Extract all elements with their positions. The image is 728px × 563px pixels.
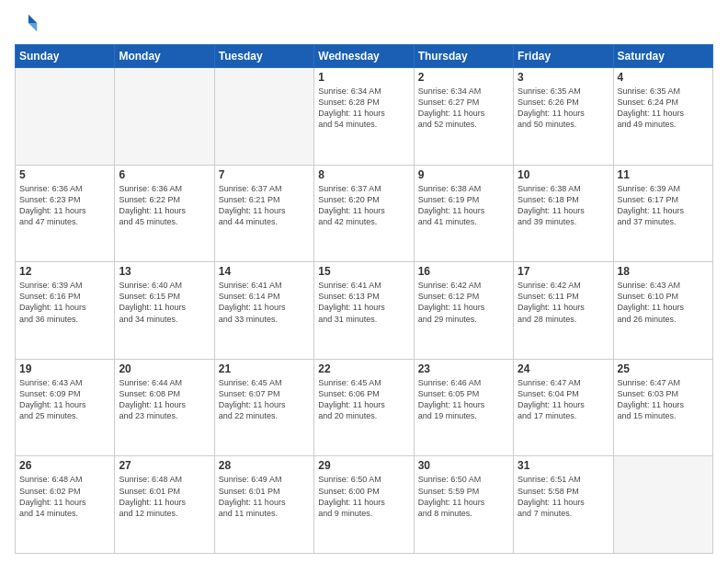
header-day-wednesday: Wednesday [314,45,414,68]
calendar-cell: 2Sunrise: 6:34 AM Sunset: 6:27 PM Daylig… [414,68,513,166]
day-info: Sunrise: 6:44 AM Sunset: 6:08 PM Dayligh… [119,377,210,422]
day-info: Sunrise: 6:48 AM Sunset: 6:01 PM Dayligh… [119,474,210,519]
day-number: 18 [618,265,709,278]
day-number: 17 [518,265,609,278]
day-info: Sunrise: 6:45 AM Sunset: 6:07 PM Dayligh… [219,377,310,422]
calendar-table: SundayMondayTuesdayWednesdayThursdayFrid… [15,44,713,554]
calendar-cell: 9Sunrise: 6:38 AM Sunset: 6:19 PM Daylig… [414,165,513,262]
calendar-cell: 5Sunrise: 6:36 AM Sunset: 6:23 PM Daylig… [16,165,115,262]
calendar-cell: 11Sunrise: 6:39 AM Sunset: 6:17 PM Dayli… [613,165,712,262]
day-info: Sunrise: 6:37 AM Sunset: 6:20 PM Dayligh… [318,183,409,228]
calendar-cell: 13Sunrise: 6:40 AM Sunset: 6:15 PM Dayli… [115,262,214,360]
calendar-cell: 19Sunrise: 6:43 AM Sunset: 6:09 PM Dayli… [16,359,115,456]
calendar-cell [613,456,712,554]
calendar-week-0: 1Sunrise: 6:34 AM Sunset: 6:28 PM Daylig… [16,68,713,166]
header-day-monday: Monday [115,45,214,68]
day-number: 6 [119,168,210,181]
day-info: Sunrise: 6:43 AM Sunset: 6:09 PM Dayligh… [19,377,110,422]
day-info: Sunrise: 6:42 AM Sunset: 6:11 PM Dayligh… [518,280,609,325]
day-number: 22 [318,362,409,375]
calendar-cell: 8Sunrise: 6:37 AM Sunset: 6:20 PM Daylig… [314,165,414,262]
calendar-cell: 3Sunrise: 6:35 AM Sunset: 6:26 PM Daylig… [514,68,613,166]
day-number: 20 [119,362,210,375]
day-number: 2 [418,71,509,84]
calendar-cell: 31Sunrise: 6:51 AM Sunset: 5:58 PM Dayli… [514,456,613,554]
calendar-cell: 28Sunrise: 6:49 AM Sunset: 6:01 PM Dayli… [214,456,313,554]
day-number: 5 [19,168,110,181]
day-info: Sunrise: 6:46 AM Sunset: 6:05 PM Dayligh… [418,377,509,422]
logo [15,11,44,37]
calendar-cell: 6Sunrise: 6:36 AM Sunset: 6:22 PM Daylig… [115,165,214,262]
svg-marker-1 [28,23,37,31]
day-info: Sunrise: 6:48 AM Sunset: 6:02 PM Dayligh… [19,474,110,519]
day-number: 4 [618,71,709,84]
day-number: 9 [418,168,509,181]
calendar-cell: 15Sunrise: 6:41 AM Sunset: 6:13 PM Dayli… [314,262,414,360]
day-info: Sunrise: 6:45 AM Sunset: 6:06 PM Dayligh… [318,377,409,422]
calendar-cell: 4Sunrise: 6:35 AM Sunset: 6:24 PM Daylig… [613,68,712,166]
day-number: 1 [318,71,409,84]
calendar-cell [214,68,313,166]
day-info: Sunrise: 6:43 AM Sunset: 6:10 PM Dayligh… [618,280,709,325]
day-number: 19 [19,362,110,375]
calendar-week-1: 5Sunrise: 6:36 AM Sunset: 6:23 PM Daylig… [16,165,713,262]
day-number: 3 [518,71,609,84]
calendar-cell [16,68,115,166]
day-info: Sunrise: 6:36 AM Sunset: 6:23 PM Dayligh… [19,183,110,228]
header-day-friday: Friday [514,45,613,68]
calendar-cell: 14Sunrise: 6:41 AM Sunset: 6:14 PM Dayli… [214,262,313,360]
day-info: Sunrise: 6:51 AM Sunset: 5:58 PM Dayligh… [518,474,609,519]
day-info: Sunrise: 6:38 AM Sunset: 6:19 PM Dayligh… [418,183,509,228]
day-info: Sunrise: 6:47 AM Sunset: 6:03 PM Dayligh… [618,377,709,422]
day-info: Sunrise: 6:39 AM Sunset: 6:17 PM Dayligh… [618,183,709,228]
logo-icon [15,11,40,37]
day-number: 11 [618,168,709,181]
calendar-cell: 10Sunrise: 6:38 AM Sunset: 6:18 PM Dayli… [514,165,613,262]
day-info: Sunrise: 6:47 AM Sunset: 6:04 PM Dayligh… [518,377,609,422]
day-number: 16 [418,265,509,278]
calendar-cell: 12Sunrise: 6:39 AM Sunset: 6:16 PM Dayli… [16,262,115,360]
calendar-cell: 20Sunrise: 6:44 AM Sunset: 6:08 PM Dayli… [115,359,214,456]
calendar-header: SundayMondayTuesdayWednesdayThursdayFrid… [16,45,713,68]
calendar-cell: 25Sunrise: 6:47 AM Sunset: 6:03 PM Dayli… [613,359,712,456]
day-info: Sunrise: 6:35 AM Sunset: 6:26 PM Dayligh… [518,86,609,131]
header [15,11,713,37]
calendar-cell: 17Sunrise: 6:42 AM Sunset: 6:11 PM Dayli… [514,262,613,360]
day-number: 23 [418,362,509,375]
calendar-cell: 7Sunrise: 6:37 AM Sunset: 6:21 PM Daylig… [214,165,313,262]
day-number: 28 [219,459,310,472]
page: SundayMondayTuesdayWednesdayThursdayFrid… [0,0,728,563]
day-number: 10 [518,168,609,181]
calendar-cell: 16Sunrise: 6:42 AM Sunset: 6:12 PM Dayli… [414,262,513,360]
day-number: 30 [418,459,509,472]
calendar-cell: 22Sunrise: 6:45 AM Sunset: 6:06 PM Dayli… [314,359,414,456]
header-row: SundayMondayTuesdayWednesdayThursdayFrid… [16,45,713,68]
day-info: Sunrise: 6:34 AM Sunset: 6:28 PM Dayligh… [318,86,409,131]
calendar-cell: 18Sunrise: 6:43 AM Sunset: 6:10 PM Dayli… [613,262,712,360]
day-info: Sunrise: 6:38 AM Sunset: 6:18 PM Dayligh… [518,183,609,228]
header-day-tuesday: Tuesday [214,45,313,68]
day-number: 29 [318,459,409,472]
day-info: Sunrise: 6:49 AM Sunset: 6:01 PM Dayligh… [219,474,310,519]
day-number: 27 [119,459,210,472]
day-info: Sunrise: 6:37 AM Sunset: 6:21 PM Dayligh… [219,183,310,228]
header-day-sunday: Sunday [16,45,115,68]
day-info: Sunrise: 6:40 AM Sunset: 6:15 PM Dayligh… [119,280,210,325]
calendar-cell: 29Sunrise: 6:50 AM Sunset: 6:00 PM Dayli… [314,456,414,554]
day-info: Sunrise: 6:50 AM Sunset: 5:59 PM Dayligh… [418,474,509,519]
calendar-cell: 26Sunrise: 6:48 AM Sunset: 6:02 PM Dayli… [16,456,115,554]
calendar-cell [115,68,214,166]
header-day-saturday: Saturday [613,45,712,68]
calendar-cell: 27Sunrise: 6:48 AM Sunset: 6:01 PM Dayli… [115,456,214,554]
day-info: Sunrise: 6:42 AM Sunset: 6:12 PM Dayligh… [418,280,509,325]
day-info: Sunrise: 6:34 AM Sunset: 6:27 PM Dayligh… [418,86,509,131]
svg-marker-0 [28,15,37,23]
day-number: 7 [219,168,310,181]
calendar-week-3: 19Sunrise: 6:43 AM Sunset: 6:09 PM Dayli… [16,359,713,456]
calendar-cell: 21Sunrise: 6:45 AM Sunset: 6:07 PM Dayli… [214,359,313,456]
calendar-cell: 23Sunrise: 6:46 AM Sunset: 6:05 PM Dayli… [414,359,513,456]
day-number: 24 [518,362,609,375]
header-day-thursday: Thursday [414,45,513,68]
day-number: 31 [518,459,609,472]
day-info: Sunrise: 6:50 AM Sunset: 6:00 PM Dayligh… [318,474,409,519]
